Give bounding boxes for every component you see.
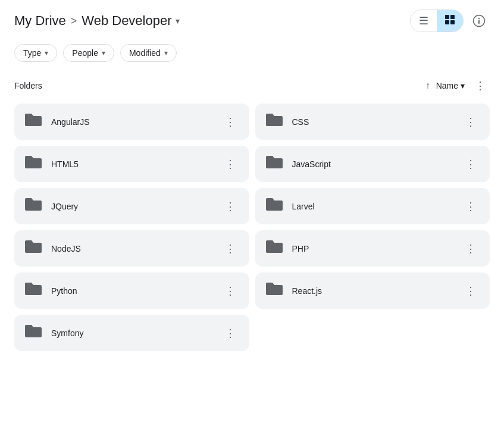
sort-direction-icon[interactable]: ↑ <box>425 80 430 91</box>
folder-more-button[interactable]: ⋮ <box>221 112 240 131</box>
folder-icon <box>265 196 284 216</box>
folder-icon <box>24 112 43 131</box>
sort-label: Name <box>436 81 458 90</box>
svg-point-6 <box>478 18 480 19</box>
folder-item[interactable]: React.js ⋮ <box>255 272 490 309</box>
filter-type-arrow: ▾ <box>45 49 48 57</box>
folder-icon <box>24 196 43 216</box>
folder-more-button[interactable]: ⋮ <box>461 281 480 300</box>
header: My Drive > Web Developer ▾ ☰ <box>14 10 490 32</box>
more-icon: ⋮ <box>225 158 236 171</box>
folder-icon <box>24 154 43 174</box>
current-folder-label: Web Developer <box>82 13 171 29</box>
my-drive-label[interactable]: My Drive <box>14 13 66 29</box>
more-icon: ⋮ <box>225 284 236 297</box>
folder-left: PHP <box>265 239 309 258</box>
svg-rect-0 <box>445 15 449 19</box>
folder-more-button[interactable]: ⋮ <box>221 324 240 343</box>
folder-item[interactable]: JavaScript ⋮ <box>255 146 490 182</box>
folder-left: Python <box>24 281 77 300</box>
sort-by-name-button[interactable]: Name ▾ <box>436 81 465 90</box>
section-more-button[interactable]: ⋮ <box>471 76 490 95</box>
folder-item[interactable]: PHP ⋮ <box>255 230 490 267</box>
folder-left: JQuery <box>24 196 78 216</box>
folder-item[interactable]: NodeJS ⋮ <box>14 230 249 267</box>
folder-name: AngularJS <box>51 117 90 127</box>
filter-people-arrow: ▾ <box>102 49 105 57</box>
folder-name: JavaScript <box>292 159 331 169</box>
folder-left: NodeJS <box>24 239 81 258</box>
breadcrumb: My Drive > Web Developer ▾ <box>14 13 180 29</box>
folder-name: Python <box>51 286 77 296</box>
folder-item[interactable]: Symfony ⋮ <box>14 315 249 351</box>
folder-icon <box>24 323 43 343</box>
folder-left: React.js <box>265 281 323 300</box>
more-icon: ⋮ <box>225 327 236 340</box>
filter-modified-label: Modified <box>129 48 161 58</box>
svg-rect-3 <box>450 20 455 24</box>
more-icon: ⋮ <box>225 115 236 129</box>
folder-icon <box>265 112 284 131</box>
breadcrumb-separator: > <box>71 15 77 27</box>
folder-item[interactable]: Python ⋮ <box>14 272 249 309</box>
folder-icon <box>265 154 284 174</box>
folder-more-button[interactable]: ⋮ <box>221 239 240 258</box>
more-icon: ⋮ <box>465 284 476 297</box>
folder-left: AngularJS <box>24 112 90 131</box>
folder-left: CSS <box>265 112 309 131</box>
current-folder-button[interactable]: Web Developer ▾ <box>82 13 179 29</box>
folder-item[interactable]: HTML5 ⋮ <box>14 146 249 182</box>
folder-more-button[interactable]: ⋮ <box>221 155 240 174</box>
more-icon: ⋮ <box>465 242 476 255</box>
folder-more-button[interactable]: ⋮ <box>461 155 480 174</box>
sort-controls: ↑ Name ▾ ⋮ <box>425 76 490 95</box>
folder-left: HTML5 <box>24 154 79 174</box>
folder-left: JavaScript <box>265 154 331 174</box>
list-icon: ☰ <box>419 14 428 27</box>
section-header: Folders ↑ Name ▾ ⋮ <box>14 76 490 95</box>
filter-people-label: People <box>72 48 98 58</box>
folder-name: Larvel <box>292 202 315 211</box>
view-toggle: ☰ <box>410 10 464 32</box>
folder-name: JQuery <box>51 202 78 211</box>
svg-rect-2 <box>445 20 449 24</box>
folder-name: React.js <box>292 286 323 296</box>
folder-item[interactable]: AngularJS ⋮ <box>14 104 249 140</box>
svg-rect-1 <box>450 15 455 19</box>
svg-rect-5 <box>478 20 480 24</box>
folder-left: Larvel <box>265 196 315 216</box>
section-title: Folders <box>14 81 42 90</box>
folder-more-button[interactable]: ⋮ <box>461 239 480 258</box>
folder-item[interactable]: JQuery ⋮ <box>14 188 249 224</box>
folder-icon <box>24 239 43 258</box>
folder-left: Symfony <box>24 323 83 343</box>
more-icon: ⋮ <box>465 115 476 129</box>
list-view-button[interactable]: ☰ <box>411 10 437 32</box>
grid-icon <box>444 14 456 29</box>
folder-more-button[interactable]: ⋮ <box>461 197 480 216</box>
folders-grid: AngularJS ⋮ CSS ⋮ HTML5 ⋮ <box>14 104 490 351</box>
folder-name: PHP <box>292 244 309 253</box>
folder-item[interactable]: Larvel ⋮ <box>255 188 490 224</box>
folder-more-button[interactable]: ⋮ <box>461 112 480 131</box>
folder-more-button[interactable]: ⋮ <box>221 281 240 300</box>
filter-type-label: Type <box>23 48 41 58</box>
more-icon: ⋮ <box>225 200 236 213</box>
more-icon: ⋮ <box>465 158 476 171</box>
folder-item[interactable]: CSS ⋮ <box>255 104 490 140</box>
filters-bar: Type ▾ People ▾ Modified ▾ <box>14 44 490 62</box>
folder-icon <box>265 281 284 300</box>
filter-type-button[interactable]: Type ▾ <box>14 44 57 62</box>
folder-icon <box>24 281 43 300</box>
header-actions: ☰ <box>410 10 490 32</box>
info-button[interactable] <box>468 10 490 32</box>
folder-name: HTML5 <box>51 159 79 169</box>
folder-name: NodeJS <box>51 244 81 253</box>
filter-people-button[interactable]: People ▾ <box>63 44 114 62</box>
filter-modified-button[interactable]: Modified ▾ <box>120 44 177 62</box>
filter-modified-arrow: ▾ <box>164 49 168 57</box>
more-icon: ⋮ <box>475 79 486 92</box>
more-icon: ⋮ <box>225 242 236 255</box>
grid-view-button[interactable] <box>437 10 463 32</box>
folder-more-button[interactable]: ⋮ <box>221 197 240 216</box>
